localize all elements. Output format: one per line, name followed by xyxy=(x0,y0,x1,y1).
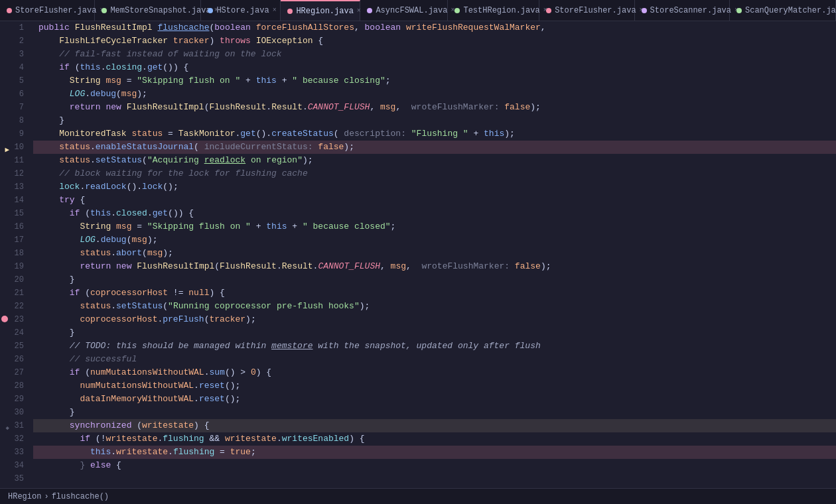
code-line-9: MonitoredTask status = TaskMonitor.get()… xyxy=(33,127,836,141)
tab-hstore[interactable]: HStore.java × xyxy=(201,0,281,21)
code-line-10: status.enableStatusJournal( includeCurre… xyxy=(33,141,836,154)
tab-label: StoreFlusher.java xyxy=(15,6,96,15)
gutter-line: 18 xyxy=(0,247,29,260)
code-line-34: } else { xyxy=(33,459,836,472)
gutter-line: 19 xyxy=(0,260,29,273)
line-number: 24 xyxy=(15,326,24,340)
tab-storeFlusher2[interactable]: StoreFlusher.java × xyxy=(539,0,634,21)
gutter-line: 36 xyxy=(0,485,29,488)
code-line-20: } xyxy=(33,273,836,286)
gutter-line: 13 xyxy=(0,180,29,194)
breakpoint-arrow[interactable]: ▶ xyxy=(1,143,9,151)
line-number: 17 xyxy=(15,233,24,247)
line-number: 33 xyxy=(15,446,24,459)
gutter-line: 16 xyxy=(0,220,29,233)
tab-dot xyxy=(7,8,12,13)
code-line-24: } xyxy=(33,326,836,340)
tab-scanQueryMatcher[interactable]: ScanQueryMatcher.java × xyxy=(730,0,836,21)
gutter-line: 25 xyxy=(0,340,29,353)
tab-label: StoreScanner.java xyxy=(650,6,731,15)
gutter-line: 20 xyxy=(0,273,29,286)
tab-label: ScanQueryMatcher.java xyxy=(745,6,836,15)
line-number: 21 xyxy=(15,286,24,300)
line-number: 35 xyxy=(15,472,24,485)
code-line-31: synchronized (writestate) { xyxy=(33,419,836,432)
line-number: 5 xyxy=(19,74,24,88)
line-number: 27 xyxy=(15,366,24,379)
line-number: 31 xyxy=(15,419,24,432)
code-line-1: public FlushResultImpl flushcache(boolea… xyxy=(33,21,836,34)
line-number: 14 xyxy=(15,194,24,207)
line-number: 18 xyxy=(15,247,24,260)
status-bar: HRegion › flushcache() xyxy=(0,488,836,504)
tab-dot xyxy=(454,8,460,13)
gutter-line: 22 xyxy=(0,300,29,313)
breakpoint-icon[interactable] xyxy=(1,316,8,322)
tab-label: HRegion.java xyxy=(296,7,353,16)
gutter-line: 3 xyxy=(0,48,29,61)
code-line-30: } xyxy=(33,406,836,419)
tab-label: AsyncFSWAL.java xyxy=(376,6,447,15)
gutter-line: 30 xyxy=(0,406,29,419)
line-number: 28 xyxy=(15,379,24,393)
gutter-line: 21 xyxy=(0,286,29,300)
gutter-line: 12 xyxy=(0,167,29,180)
line-number: 8 xyxy=(19,114,24,127)
tab-bar: StoreFlusher.java × MemStoreSnapshot.jav… xyxy=(0,0,836,21)
code-line-15: if (this.closed.get()) { xyxy=(33,207,836,220)
fold-icon[interactable]: ◆ xyxy=(1,422,9,430)
code-line-17: LOG.debug(msg); xyxy=(33,233,836,247)
tab-testHRegion[interactable]: TestHRegion.java × xyxy=(448,0,539,21)
code-line-33: this.writestate.flushing = true; xyxy=(33,446,836,459)
code-line-18: status.abort(msg); xyxy=(33,247,836,260)
code-line-13: lock.readLock().lock(); xyxy=(33,180,836,194)
code-line-16: String msg = "Skipping flush on " + this… xyxy=(33,220,836,233)
breadcrumb: HRegion › flushcache() xyxy=(8,492,109,501)
gutter-line: 9 xyxy=(0,127,29,141)
tab-asyncFswal[interactable]: AsyncFSWAL.java × xyxy=(360,0,448,21)
gutter-line: ▶ 10 xyxy=(0,141,29,154)
code-line-25: // TODO: this should be managed within m… xyxy=(33,340,836,353)
code-line-2: FlushLifeCycleTracker tracker) throws IO… xyxy=(33,34,836,48)
gutter-line: 32 xyxy=(0,432,29,446)
code-line-12: // block waiting for the lock for flushi… xyxy=(33,167,836,180)
tab-dot xyxy=(367,8,372,13)
gutter-line: 2 xyxy=(0,34,29,48)
gutter-line: 4 xyxy=(0,61,29,74)
line-number: 26 xyxy=(15,353,24,366)
gutter-line: 5 xyxy=(0,74,29,88)
line-number: 10 xyxy=(15,141,24,154)
close-icon[interactable]: × xyxy=(273,6,277,15)
line-number: 16 xyxy=(15,220,24,233)
gutter-line: 7 xyxy=(0,101,29,114)
tab-dot xyxy=(102,8,107,13)
tab-dot xyxy=(736,8,742,13)
tab-storeFlusher[interactable]: StoreFlusher.java × xyxy=(0,0,95,21)
tab-hregion[interactable]: HRegion.java × xyxy=(281,0,360,21)
tab-dot xyxy=(642,8,647,13)
tab-label: HStore.java xyxy=(216,6,269,15)
tab-label: TestHRegion.java xyxy=(463,6,539,15)
line-number: 13 xyxy=(15,180,24,194)
code-line-5: String msg = "Skipping flush on " + this… xyxy=(33,74,836,88)
code-line-3: // fail-fast instead of waiting on the l… xyxy=(33,48,836,61)
line-number: 15 xyxy=(15,207,24,220)
tab-memStoreSnapshot[interactable]: MemStoreSnapshot.java × xyxy=(95,0,201,21)
line-number: 12 xyxy=(15,167,24,180)
code-line-19: return new FlushResultImpl(FlushResult.R… xyxy=(33,260,836,273)
tab-storeScanner[interactable]: StoreScanner.java × xyxy=(635,0,730,21)
breadcrumb-part2: flushcache() xyxy=(52,492,109,501)
line-numbers: 1 2 3 4 5 6 7 8 9 ▶ 10 11 12 13 14 15 16… xyxy=(0,21,33,488)
line-number: 23 xyxy=(15,313,24,326)
line-number: 9 xyxy=(19,127,24,141)
breadcrumb-sep: › xyxy=(44,492,48,501)
code-line-8: } xyxy=(33,114,836,127)
code-line-23: coprocessorHost.preFlush(tracker); xyxy=(33,313,836,326)
code-editor[interactable]: public FlushResultImpl flushcache(boolea… xyxy=(33,21,836,488)
line-number: 6 xyxy=(19,88,24,101)
gutter-line: 24 xyxy=(0,326,29,340)
code-line-28: numMutationsWithoutWAL.reset(); xyxy=(33,379,836,393)
code-container: 1 2 3 4 5 6 7 8 9 ▶ 10 11 12 13 14 15 16… xyxy=(0,21,836,488)
line-number: 19 xyxy=(15,260,24,273)
tab-label: StoreFlusher.java xyxy=(555,6,636,15)
